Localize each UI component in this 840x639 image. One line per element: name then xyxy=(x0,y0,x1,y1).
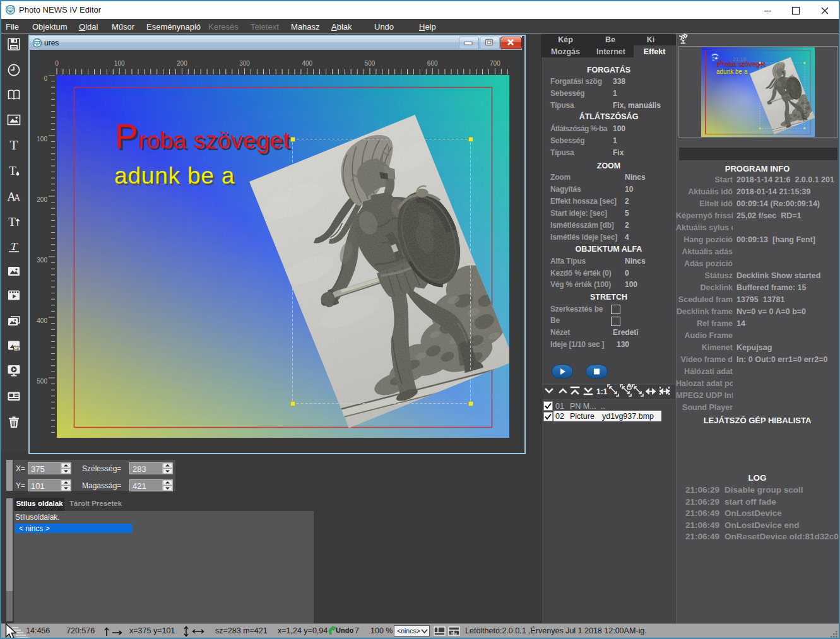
svg-text:T: T xyxy=(10,138,18,152)
svg-text:A: A xyxy=(14,193,21,202)
svg-text:200: 200 xyxy=(177,60,187,67)
svg-text:600: 600 xyxy=(427,60,438,67)
svg-text:500: 500 xyxy=(365,60,376,67)
svg-text:1:1: 1:1 xyxy=(596,387,608,396)
svg-text:0: 0 xyxy=(44,75,47,82)
svg-text:200: 200 xyxy=(37,196,47,203)
svg-text:T: T xyxy=(9,240,19,252)
svg-text:300: 300 xyxy=(239,60,250,67)
svg-text:500: 500 xyxy=(37,378,47,385)
svg-text:700: 700 xyxy=(490,60,500,67)
svg-text:T: T xyxy=(9,164,16,177)
svg-text:adunk be a: adunk be a xyxy=(114,163,235,189)
svg-text:300: 300 xyxy=(37,257,47,264)
svg-text:400: 400 xyxy=(37,317,47,324)
svg-text:400: 400 xyxy=(302,60,312,67)
svg-text:GIF: GIF xyxy=(14,347,20,351)
svg-text:0: 0 xyxy=(55,60,59,67)
svg-text:adunk be a: adunk be a xyxy=(716,68,748,75)
svg-text:T: T xyxy=(8,215,16,228)
svg-text:21:16: 21:16 xyxy=(733,56,747,62)
svg-text:100: 100 xyxy=(37,136,47,143)
svg-text:Sty: Sty xyxy=(451,631,457,636)
svg-text:2: 2 xyxy=(713,57,715,61)
svg-text:100: 100 xyxy=(114,60,125,67)
